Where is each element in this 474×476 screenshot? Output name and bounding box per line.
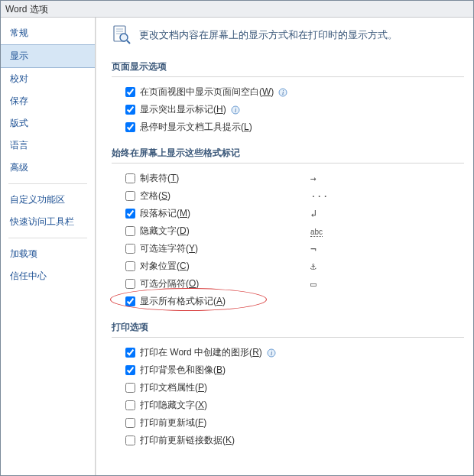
sidebar-item-1[interactable]: 显示 — [1, 44, 95, 68]
sidebar-divider — [8, 183, 87, 184]
option-row: 悬停时显示文档工具提示(L) — [112, 118, 464, 136]
option-label[interactable]: 制表符(T) — [140, 172, 179, 185]
option-label[interactable]: 段落标记(M) — [140, 207, 190, 220]
option-label[interactable]: 悬停时显示文档工具提示(L) — [140, 121, 252, 134]
header-description: 更改文档内容在屏幕上的显示方式和在打印时的显示方式。 — [139, 28, 398, 42]
svg-text:i: i — [282, 89, 284, 96]
option-row: 在页面视图中显示页面间空白(W)i — [112, 83, 464, 101]
option-row: 打印在 Word 中创建的图形(R)i — [112, 344, 464, 361]
option-label[interactable]: 打印前更新链接数据(K) — [140, 434, 235, 447]
option-checkbox[interactable] — [125, 418, 135, 428]
sidebar-item-9[interactable]: 加载项 — [1, 243, 95, 265]
format-symbol: abc — [310, 225, 323, 237]
sidebar-divider — [8, 238, 87, 238]
sidebar-item-10[interactable]: 信任中心 — [1, 265, 95, 287]
option-checkbox[interactable] — [125, 383, 135, 393]
option-row: 可选分隔符(O)▭ — [112, 275, 464, 293]
svg-line-5 — [127, 40, 130, 44]
option-checkbox[interactable] — [125, 209, 135, 219]
info-icon: i — [278, 88, 287, 97]
option-label[interactable]: 打印文档属性(P) — [140, 381, 207, 394]
option-checkbox[interactable] — [125, 87, 135, 97]
format-symbol: ▭ — [310, 278, 317, 290]
format-symbol: ¬ — [310, 243, 317, 254]
svg-text:i: i — [271, 350, 272, 357]
option-checkbox[interactable] — [125, 105, 135, 115]
option-checkbox[interactable] — [125, 296, 135, 306]
option-row: 打印前更新域(F) — [112, 414, 464, 432]
option-label[interactable]: 打印背景色和图像(B) — [140, 364, 226, 377]
option-label[interactable]: 打印在 Word 中创建的图形(R) — [140, 346, 262, 359]
info-icon: i — [267, 348, 276, 358]
option-checkbox[interactable] — [125, 348, 135, 358]
titlebar: Word 选项 — [1, 1, 473, 18]
page-magnifier-icon — [112, 25, 131, 45]
option-label[interactable]: 在页面视图中显示页面间空白(W) — [140, 86, 274, 99]
option-checkbox[interactable] — [125, 191, 135, 201]
info-icon: i — [231, 105, 240, 115]
option-row: 可选连字符(Y)¬ — [112, 240, 464, 257]
window-title: Word 选项 — [5, 4, 48, 15]
option-checkbox[interactable] — [125, 400, 135, 410]
option-row: 打印文档属性(P) — [112, 379, 464, 397]
option-label[interactable]: 显示突出显示标记(H) — [140, 103, 226, 116]
header-row: 更改文档内容在屏幕上的显示方式和在打印时的显示方式。 — [112, 25, 464, 45]
option-checkbox[interactable] — [125, 226, 135, 236]
sidebar-item-3[interactable]: 保存 — [1, 90, 95, 112]
option-label[interactable]: 显示所有格式标记(A) — [140, 295, 226, 308]
sidebar: 常规显示校对保存版式语言高级自定义功能区快速访问工具栏加载项信任中心 — [1, 18, 96, 475]
section-title: 打印选项 — [112, 318, 464, 338]
option-row: 显示突出显示标记(H)i — [112, 101, 464, 118]
option-row: 制表符(T)→ — [112, 170, 464, 187]
option-row: 显示所有格式标记(A) — [112, 293, 464, 310]
option-label[interactable]: 空格(S) — [140, 189, 170, 202]
option-row: 隐藏文字(D)abc — [112, 222, 464, 240]
option-label[interactable]: 打印隐藏文字(X) — [140, 399, 207, 412]
format-symbol: ··· — [310, 190, 328, 202]
option-row: 空格(S)··· — [112, 187, 464, 205]
svg-point-4 — [120, 34, 128, 41]
option-checkbox[interactable] — [125, 436, 135, 445]
svg-text:i: i — [235, 107, 236, 114]
option-checkbox[interactable] — [125, 279, 135, 289]
content-area: 常规显示校对保存版式语言高级自定义功能区快速访问工具栏加载项信任中心 更改文档内… — [1, 18, 473, 475]
option-label[interactable]: 可选分隔符(O) — [140, 277, 199, 290]
option-label[interactable]: 打印前更新域(F) — [140, 416, 206, 429]
option-checkbox[interactable] — [125, 244, 135, 254]
format-symbol: ⚓ — [310, 261, 317, 272]
option-checkbox[interactable] — [125, 261, 135, 271]
sidebar-item-6[interactable]: 高级 — [1, 157, 95, 179]
option-row: 段落标记(M)↲ — [112, 205, 464, 222]
sidebar-item-7[interactable]: 自定义功能区 — [1, 189, 95, 211]
option-label[interactable]: 对象位置(C) — [140, 260, 190, 273]
sidebar-item-4[interactable]: 版式 — [1, 112, 95, 134]
sidebar-item-8[interactable]: 快速访问工具栏 — [1, 211, 95, 233]
sidebar-item-0[interactable]: 常规 — [1, 22, 95, 44]
option-checkbox[interactable] — [125, 122, 135, 132]
format-symbol: → — [310, 173, 317, 184]
sidebar-item-2[interactable]: 校对 — [1, 68, 95, 90]
option-label[interactable]: 隐藏文字(D) — [140, 225, 190, 238]
main-panel: 更改文档内容在屏幕上的显示方式和在打印时的显示方式。 页面显示选项在页面视图中显… — [96, 18, 473, 475]
section-title: 始终在屏幕上显示这些格式标记 — [112, 144, 464, 164]
option-row: 打印前更新链接数据(K) — [112, 432, 464, 449]
option-row: 打印隐藏文字(X) — [112, 397, 464, 414]
sidebar-item-5[interactable]: 语言 — [1, 134, 95, 157]
option-row: 打印背景色和图像(B) — [112, 361, 464, 379]
section-title: 页面显示选项 — [112, 57, 464, 77]
option-row: 对象位置(C)⚓ — [112, 257, 464, 275]
option-checkbox[interactable] — [125, 365, 135, 375]
dialog-window: Word 选项 常规显示校对保存版式语言高级自定义功能区快速访问工具栏加载项信任… — [0, 0, 474, 476]
option-checkbox[interactable] — [125, 173, 135, 183]
format-symbol: ↲ — [310, 208, 317, 219]
option-label[interactable]: 可选连字符(Y) — [140, 242, 198, 255]
